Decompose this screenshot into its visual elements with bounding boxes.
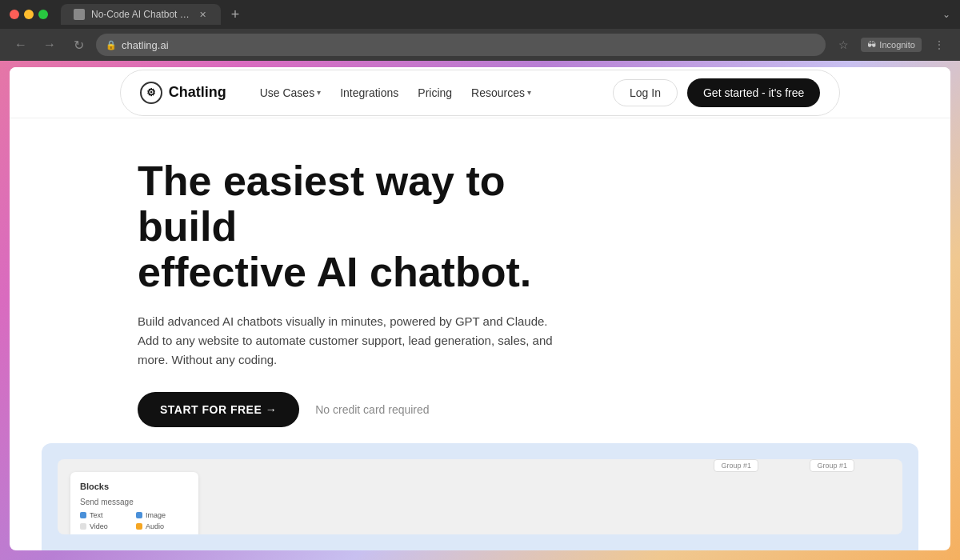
- product-preview: Blocks Send message Text Image: [42, 443, 918, 550]
- toolbar-right: ☆ 🕶 Incognito ⋮: [832, 34, 950, 56]
- block-image[interactable]: Image: [136, 511, 189, 519]
- nav-links: Use Cases ▾ Integrations Pricing Resourc…: [252, 82, 539, 104]
- browser-toolbar: ← → ↻ 🔒 chatling.ai ☆ 🕶 Incognito ⋮: [0, 29, 960, 61]
- nav-inner: ⚙ Chatling Use Cases ▾ Integrations Pric…: [120, 70, 841, 116]
- browser-expand-button[interactable]: ⌄: [942, 9, 950, 20]
- image-block-icon: [136, 512, 142, 518]
- canvas-group-label-2: Group #1: [810, 459, 854, 472]
- incognito-label: Incognito: [879, 40, 915, 50]
- block-text[interactable]: Text: [80, 511, 133, 519]
- more-options-button[interactable]: ⋮: [928, 34, 950, 56]
- bookmark-button[interactable]: ☆: [832, 34, 854, 56]
- reload-button[interactable]: ↻: [67, 34, 90, 56]
- get-started-button[interactable]: Get started - it's free: [687, 78, 820, 107]
- panel-section-title: Send message: [80, 498, 189, 506]
- traffic-lights: [10, 10, 48, 19]
- start-free-button[interactable]: START FOR FREE →: [138, 392, 299, 427]
- nav-pricing[interactable]: Pricing: [410, 82, 460, 104]
- hero-section: The easiest way to build effective AI ch…: [10, 118, 618, 443]
- nav-integrations[interactable]: Integrations: [332, 82, 406, 104]
- back-button[interactable]: ←: [10, 34, 32, 56]
- text-block-icon: [80, 512, 86, 518]
- incognito-icon: 🕶: [867, 40, 876, 50]
- url-text: chatling.ai: [122, 39, 169, 51]
- panel-title: Blocks: [80, 482, 189, 491]
- browser-window: No-Code AI Chatbot for You... ✕ + ⌄ ← → …: [0, 0, 960, 560]
- hero-subtext: Build advanced AI chatbots visually in m…: [138, 312, 570, 370]
- nav-use-cases[interactable]: Use Cases ▾: [252, 82, 329, 104]
- logo-text: Chatling: [169, 84, 226, 101]
- new-tab-button[interactable]: +: [224, 3, 246, 26]
- blocks-panel: Blocks Send message Text Image: [70, 472, 198, 534]
- minimize-button[interactable]: [24, 10, 34, 19]
- forward-button[interactable]: →: [38, 34, 61, 56]
- site-navigation: ⚙ Chatling Use Cases ▾ Integrations Pric…: [10, 67, 950, 118]
- chevron-down-icon-2: ▾: [527, 88, 531, 97]
- active-tab[interactable]: No-Code AI Chatbot for You... ✕: [61, 4, 221, 25]
- tab-title: No-Code AI Chatbot for You...: [91, 9, 190, 20]
- maximize-button[interactable]: [38, 10, 48, 19]
- blocks-grid: Text Image Video Audio: [80, 511, 189, 530]
- lock-icon: 🔒: [106, 40, 117, 50]
- tab-bar: No-Code AI Chatbot for You... ✕ +: [61, 3, 936, 26]
- address-bar[interactable]: 🔒 chatling.ai: [96, 34, 826, 56]
- block-video[interactable]: Video: [80, 522, 133, 530]
- logo-icon: ⚙: [140, 82, 162, 104]
- site-logo[interactable]: ⚙ Chatling: [140, 82, 226, 104]
- browser-titlebar: No-Code AI Chatbot for You... ✕ + ⌄: [0, 0, 960, 29]
- tab-favicon: [74, 9, 85, 20]
- incognito-badge: 🕶 Incognito: [861, 38, 922, 52]
- hero-actions: START FOR FREE → No credit card required: [138, 392, 586, 427]
- video-block-icon: [80, 523, 86, 530]
- hero-headline: The easiest way to build effective AI ch…: [138, 158, 586, 296]
- chevron-down-icon: ▾: [317, 88, 321, 97]
- nav-actions: Log In Get started - it's free: [613, 78, 820, 107]
- preview-inner: Blocks Send message Text Image: [58, 459, 902, 534]
- login-button[interactable]: Log In: [613, 79, 678, 106]
- block-audio[interactable]: Audio: [136, 522, 189, 530]
- no-credit-card-text: No credit card required: [315, 403, 429, 416]
- nav-resources[interactable]: Resources ▾: [463, 82, 539, 104]
- canvas-group-label-1: Group #1: [714, 459, 758, 472]
- tab-close-button[interactable]: ✕: [197, 9, 208, 20]
- close-button[interactable]: [10, 10, 19, 19]
- website-frame: ⚙ Chatling Use Cases ▾ Integrations Pric…: [10, 67, 950, 550]
- audio-block-icon: [136, 523, 142, 530]
